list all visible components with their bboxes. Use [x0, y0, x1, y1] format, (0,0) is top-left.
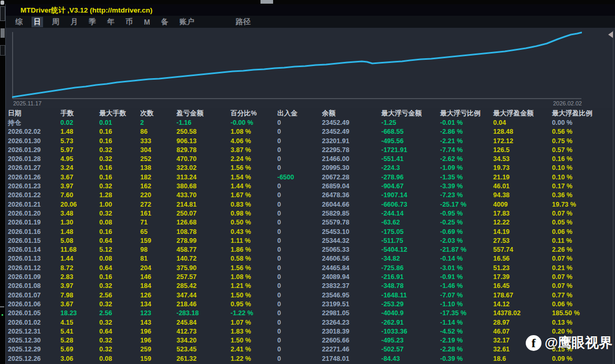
column-header-max-float-loss[interactable]: 最大浮亏金额 [381, 108, 440, 119]
table-row[interactable]: 2026.01.083.970.32184285.421.21 %023832.… [6, 282, 615, 291]
background-window-fragment [1, 1, 4, 5]
table-row[interactable]: 2026.02.021.480.1686250.581.08 %023452.4… [6, 127, 615, 136]
menu-item-zhou[interactable]: 周 [50, 17, 61, 27]
table-row[interactable]: 2026.01.063.670.32134218.460.95 %023199.… [6, 300, 615, 309]
cell-date: 2026.01.15 [8, 237, 60, 245]
table-row[interactable]: 2026.01.024.150.32143245.841.07 %023264.… [6, 318, 615, 327]
menu-item-nian[interactable]: 年 [105, 17, 117, 27]
table-row[interactable]: 2025.12.295.690.32259523.452.41 %022271.… [6, 345, 615, 354]
cell-deposit: 0 [277, 209, 322, 218]
column-header-deposit[interactable]: 出入金 [277, 108, 322, 119]
table-row[interactable]: 2026.01.233.970.32162380.681.44 %026859.… [6, 182, 615, 191]
cell-max-float-profit-pct: 0.75 % [552, 137, 615, 146]
cell-max-float-profit-pct: 0.06 % [552, 228, 615, 237]
cell-max-float-loss-pct: -2.19 % [440, 336, 493, 345]
column-header-date[interactable]: 日期 [8, 108, 60, 119]
table-row[interactable]: 2025.12.263.060.08159261.321.22 %021748.… [6, 355, 615, 363]
cell-max-float-profit-pct: 0.17 % [552, 182, 615, 191]
cell-max-float-loss: -348.78 [381, 282, 440, 291]
cell-balance: 25344.32 [322, 237, 381, 245]
window-title: MTDriver统计 ,V3.12 (http://mtdriver.cn) [20, 6, 152, 15]
menu-item-ri[interactable]: 日 [32, 17, 43, 27]
table-row[interactable]: 2025.12.305.280.32196334.201.50 %022605.… [6, 336, 615, 345]
cell-times: 196 [140, 336, 176, 345]
column-header-pct[interactable]: 百分比% [231, 108, 277, 119]
screen: MTDriver统计 ,V3.12 (http://mtdriver.cn) 综… [0, 0, 615, 364]
cell-times: 2 [140, 119, 176, 127]
title-bar: MTDriver统计 ,V3.12 (http://mtdriver.cn) [6, 4, 615, 16]
menu-item-bi[interactable]: 币 [123, 17, 135, 27]
column-header-max-float-profit-pct[interactable]: 最大浮盈比例 [552, 108, 615, 119]
cell-lots: 7.60 [60, 191, 99, 200]
table-row[interactable]: 2026.01.191.300.0871126.680.50 %025579.7… [6, 218, 615, 227]
cell-pct: 1.21 % [231, 282, 277, 291]
cell-max-float-profit: 14.19 [493, 228, 552, 237]
table-row[interactable]: 2026.01.1411.685.1298458.771.86 %025065.… [6, 245, 615, 254]
cell-pct: 0.43 % [231, 228, 277, 237]
table-row[interactable]: 2025.12.315.410.64196412.731.83 %023018.… [6, 327, 615, 336]
cell-deposit: 0 [277, 291, 322, 300]
column-header-max-float-profit[interactable]: 最大浮盈金额 [493, 108, 552, 119]
menu-item-lujing[interactable]: 路径 [234, 17, 253, 27]
cell-deposit: -6500 [277, 173, 322, 182]
cell-max-float-loss: -5404.12 [381, 245, 440, 254]
table-row[interactable]: 2026.01.131.440.0881140.720.58 %024606.5… [6, 254, 615, 263]
table-row[interactable]: 2026.01.092.830.16146257.571.08 %024089.… [6, 273, 615, 282]
table-row[interactable]: 2026.01.128.720.64204375.901.56 %024465.… [6, 264, 615, 273]
cell-max-lots: 0.32 [99, 209, 140, 218]
background-window-fragment [0, 306, 4, 307]
cell-max-float-loss: -725.86 [381, 264, 440, 273]
column-header-max-lots[interactable]: 最大手数 [99, 108, 140, 119]
table-row[interactable]: 2026.01.0518.232.56123-283.18-1.22 %0229… [6, 309, 615, 318]
cell-max-float-loss-pct: -4.52 % [440, 327, 493, 336]
background-window-fragment [0, 6, 5, 21]
menu-item-m[interactable]: M [142, 17, 152, 27]
table-row[interactable]: 2026.01.305.730.16333906.134.06 %023201.… [6, 137, 615, 146]
table-row[interactable]: 2026.01.295.970.32304829.783.87 %022295.… [6, 146, 615, 155]
table-row[interactable]: 2026.01.273.240.16138323.021.56 %020995.… [6, 164, 615, 173]
cell-deposit: 0 [277, 273, 322, 282]
table-row[interactable]: 2026.01.2120.061.00272214.810.83 %026044… [6, 200, 615, 209]
table-row[interactable]: 2026.01.155.080.64159278.991.11 %025344.… [6, 237, 615, 245]
facebook-icon: f [526, 335, 541, 351]
cell-max-lots: 0.32 [99, 182, 140, 191]
cell-max-float-loss: -495.23 [381, 336, 440, 345]
cell-pct: 0.83 % [231, 200, 277, 209]
table-row[interactable]: 2026.01.161.480.1665108.780.43 %025453.1… [6, 228, 615, 237]
cell-pct: 1.44 % [231, 182, 277, 191]
table-row[interactable]: 2026.01.203.480.32161250.070.98 %025829.… [6, 209, 615, 218]
cell-max-lots: 0.64 [99, 327, 140, 336]
menu-item-ji[interactable]: 季 [87, 17, 98, 27]
column-header-pl[interactable]: 盈亏金额 [176, 108, 231, 119]
cell-deposit: 0 [277, 345, 322, 354]
cell-balance: 23452.49 [322, 127, 381, 136]
column-header-max-float-loss-pct[interactable]: 最大浮亏比例 [440, 108, 493, 119]
cell-max-float-profit-pct: 0.07 % [552, 273, 615, 282]
cell-lots: 4.95 [60, 155, 99, 164]
table-row[interactable]: 2026.01.227.601.28220433.701.67 %026478.… [6, 191, 615, 200]
cell-max-float-profit-pct: 2.26 % [552, 245, 615, 254]
menu-item-bei[interactable]: 备 [159, 17, 171, 27]
column-header-times[interactable]: 次数 [140, 108, 176, 119]
cell-max-lots: 0.16 [99, 164, 140, 173]
table-row[interactable]: 2026.01.284.950.32252470.702.24 %021466.… [6, 155, 615, 164]
cell-deposit: 0 [277, 309, 322, 318]
column-header-balance[interactable]: 余额 [322, 108, 381, 119]
menu-item-zong[interactable]: 综 [13, 17, 25, 27]
cell-balance: 22981.05 [322, 309, 381, 318]
cell-deposit: 0 [277, 318, 322, 327]
cell-pl: 313.24 [176, 173, 231, 182]
cell-times: 86 [140, 127, 176, 136]
cell-pl: 250.07 [176, 209, 231, 218]
table-row[interactable]: 2026.01.263.670.16182313.241.54 %-650020… [6, 173, 615, 182]
cell-max-float-loss-pct: -0.25 % [440, 218, 493, 227]
cell-pl: 380.68 [176, 182, 231, 191]
menu-item-yue[interactable]: 月 [68, 17, 80, 27]
cell-times: 220 [140, 191, 176, 200]
menu-item-zhanghu[interactable]: 账户 [178, 17, 196, 27]
cell-date: 2026.02.02 [8, 127, 60, 136]
table-row[interactable]: 2026.01.077.982.56126347.441.50 %023546.… [6, 291, 615, 300]
cell-pl: 140.72 [176, 254, 231, 263]
table-row[interactable]: 持仓0.020.012-1.16-0.00 %023452.49-1.25-0.… [6, 119, 615, 127]
column-header-lots[interactable]: 手数 [60, 108, 99, 119]
